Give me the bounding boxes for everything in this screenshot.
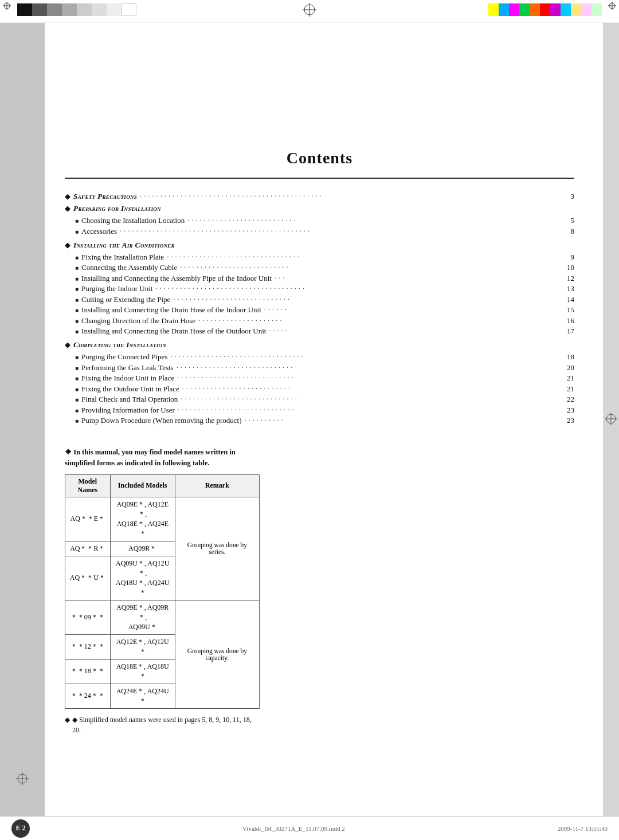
col-included-models: Included Models [110,474,175,497]
sub-drain-hose-indoor: ■ Installing and Connecting the Drain Ho… [75,305,574,315]
label-drain-hose-indoor: Installing and Connecting the Drain Hose… [81,305,261,315]
installing-heading-row: ◆ Installing the Air Conditioner [65,241,574,250]
model-aqe: AQ＊＊E＊ [65,497,111,541]
top-spacer [65,34,574,149]
header-row [0,0,619,23]
sub-fix-indoor: ■ Fixing the Indoor Unit in Place ······… [75,374,574,383]
left-swatches [17,3,136,16]
toc-section-preparing: ◆ Preparing for Installation ■ Choosing … [65,204,574,236]
right-reg-mark [605,413,617,427]
simplified-bullet: ◆ [65,715,70,725]
sub-fixing-plate: ■ Fixing the Installation Plate ········… [75,253,574,262]
sub-gas-leak: ■ Performing the Gas Leak Tests ········… [75,363,574,372]
model-aqu: AQ＊＊U＊ [65,556,111,600]
swatch-light1 [62,3,77,16]
label-providing-info: Providing Information for User [81,406,175,415]
included-aqr: AQ09R＊ [110,541,175,556]
heading-completing: Completing the Installation [73,340,166,350]
main-content-area: Contents ◆ Safety Precautions ··········… [45,23,603,816]
right-corner-mark [608,2,616,12]
body-row: Contents ◆ Safety Precautions ··········… [0,23,619,816]
page-number-badge: E 2 [11,819,30,838]
sub-final-check: ■ Final Check and Trial Operation ······… [75,395,574,404]
left-side-reg-mark [16,772,29,787]
swatch-sky [561,3,571,16]
bullet-accessories: ■ [75,229,79,235]
sub-cutting-pipe: ■ Cutting or Extending the Pipe ········… [75,295,574,304]
swatch-lighter [92,3,107,16]
label-purging-indoor: Purging the Indoor Unit [81,284,152,293]
bullet-completing: ◆ [65,340,70,350]
sub-purging-pipes: ■ Purging the Connected Pipes ··········… [75,352,574,362]
swatch-lt-pink [581,3,591,16]
heading-preparing: Preparing for Installation [73,204,161,213]
bullet-choosing: ■ [75,218,79,224]
sub-accessories: ■ Accessories ··························… [75,227,574,236]
divider [65,178,574,179]
dots-accessories: ········································… [117,227,562,236]
footer-date: 2009-11-7 13:55:40 [558,825,608,832]
bottom-section: ❖ In this manual, you may find model nam… [65,447,260,747]
toc-section-installing: ◆ Installing the Air Conditioner ■ Fixin… [65,241,574,336]
simplified-note-text: ◆ Simplified model names were used in pa… [72,715,260,735]
center-reg-mark [303,3,316,19]
swatch-magenta [509,3,519,16]
label-pump-down: Pump Down Procedure (When removing the p… [81,416,241,425]
table-row: ＊＊09＊＊ AQ09E＊, AQ09R＊,AQ09U＊ Grouping wa… [65,600,260,634]
bullet-preparing: ◆ [65,204,70,213]
preparing-subitems: ■ Choosing the Installation Location ···… [65,216,574,236]
swatch-orange [530,3,540,16]
swatch-light2 [77,3,92,16]
right-sidebar [603,23,619,816]
swatch-black [17,3,32,16]
preparing-heading-row: ◆ Preparing for Installation [65,204,574,213]
col-remark: Remark [175,474,259,497]
page-choosing: 5 [562,216,574,225]
remark-capacity: Grouping was done by capacity. [175,600,259,708]
note-text: ❖ In this manual, you may find model nam… [65,447,260,469]
label-fix-outdoor: Fixing the Outdoor Unit in Place [81,384,179,394]
sub-drain-hose-outdoor: ■ Installing and Connecting the Drain Ho… [75,327,574,336]
swatch-lt-yellow [571,3,581,16]
dots-safety: ········································… [137,192,562,201]
installing-subitems: ■ Fixing the Installation Plate ········… [65,253,574,336]
sub-connecting-cable: ■ Connecting the Assembly Cable ········… [75,263,574,272]
included-12: AQ12E＊, AQ12U＊ [110,634,175,659]
label-choosing: Choosing the Installation Location [81,216,185,225]
label-gas-leak: Performing the Gas Leak Tests [81,363,174,372]
included-18: AQ18E＊, AQ18U＊ [110,659,175,684]
bullet-installing: ◆ [65,241,70,250]
left-sidebar [0,23,45,816]
simplified-note: ◆ ◆ Simplified model names were used in … [65,715,260,735]
swatch-red [540,3,550,16]
table-row: AQ＊＊E＊ AQ09E＊, AQ12E＊,AQ18E＊, AQ24E＊ Gro… [65,497,260,541]
model-18: ＊＊18＊＊ [65,659,111,684]
included-09: AQ09E＊, AQ09R＊,AQ09U＊ [110,600,175,634]
sub-pump-down: ■ Pump Down Procedure (When removing the… [75,416,574,425]
swatch-green [519,3,530,16]
label-fixing-plate: Fixing the Installation Plate [81,253,164,262]
col-model-names: Model Names [65,474,111,497]
bullet-safety: ◆ [65,192,70,201]
swatch-cyan [499,3,509,16]
included-24: AQ24E＊, AQ24U＊ [110,684,175,708]
left-corner-mark [3,2,11,10]
swatch-dark [32,3,47,16]
swatch-purple [550,3,561,16]
label-final-check: Final Check and Trial Operation [81,395,178,404]
sub-changing-drain: ■ Changing Direction of the Drain Hose ·… [75,316,574,325]
model-24: ＊＊24＊＊ [65,684,111,708]
completing-heading-row: ◆ Completing the Installation [65,340,574,350]
label-connecting-cable: Connecting the Assembly Cable [81,263,177,272]
sub-fix-outdoor: ■ Fixing the Outdoor Unit in Place ·····… [75,384,574,394]
label-changing-drain: Changing Direction of the Drain Hose [81,316,195,325]
sub-purging-indoor: ■ Purging the Indoor Unit ··············… [75,284,574,293]
toc-section-safety: ◆ Safety Precautions ···················… [65,192,574,201]
label-purging-pipes: Purging the Connected Pipes [81,352,167,362]
swatch-white [122,3,136,16]
label-assembly-pipe: Installing and Connecting the Assembly P… [81,274,272,283]
swatch-yellow [488,3,499,16]
swatch-lightest [107,3,122,16]
table-of-contents: ◆ Safety Precautions ···················… [65,189,574,430]
dots-choosing: ··························· [185,216,562,225]
